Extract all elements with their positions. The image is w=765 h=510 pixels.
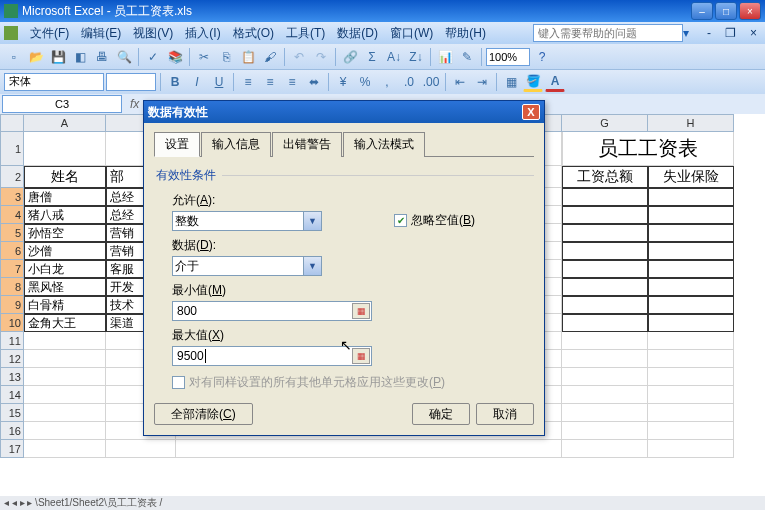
- row-header[interactable]: 3: [0, 188, 24, 206]
- cell[interactable]: [24, 386, 106, 404]
- cell[interactable]: [648, 350, 734, 368]
- cell[interactable]: [648, 188, 734, 206]
- format-painter-icon[interactable]: 🖌: [260, 47, 280, 67]
- ok-button[interactable]: 确定: [412, 403, 470, 425]
- copy-icon[interactable]: ⎘: [216, 47, 236, 67]
- cell[interactable]: [648, 224, 734, 242]
- chart-icon[interactable]: 📊: [435, 47, 455, 67]
- cell[interactable]: [562, 278, 648, 296]
- help-dropdown-icon[interactable]: ▾: [683, 26, 697, 40]
- workbook-restore-icon[interactable]: ❐: [721, 26, 740, 40]
- data-select[interactable]: 介于 ▼: [172, 256, 322, 276]
- align-left-icon[interactable]: ≡: [238, 72, 258, 92]
- cell[interactable]: [648, 440, 734, 458]
- cell[interactable]: [562, 224, 648, 242]
- cell[interactable]: [562, 404, 648, 422]
- minimize-button[interactable]: –: [691, 2, 713, 20]
- save-icon[interactable]: 💾: [48, 47, 68, 67]
- cell[interactable]: [24, 404, 106, 422]
- cell[interactable]: [562, 386, 648, 404]
- col-header-h[interactable]: H: [648, 114, 734, 132]
- cell[interactable]: [562, 422, 648, 440]
- hyperlink-icon[interactable]: 🔗: [340, 47, 360, 67]
- open-icon[interactable]: 📂: [26, 47, 46, 67]
- menu-file[interactable]: 文件(F): [24, 23, 75, 44]
- drawing-icon[interactable]: ✎: [457, 47, 477, 67]
- menu-data[interactable]: 数据(D): [331, 23, 384, 44]
- dialog-titlebar[interactable]: 数据有效性 X: [144, 101, 544, 123]
- cell[interactable]: [562, 188, 648, 206]
- percent-icon[interactable]: %: [355, 72, 375, 92]
- cut-icon[interactable]: ✂: [194, 47, 214, 67]
- cell[interactable]: [562, 206, 648, 224]
- cell[interactable]: [648, 332, 734, 350]
- range-picker-icon[interactable]: ▦: [352, 303, 370, 319]
- row-header[interactable]: 11: [0, 332, 24, 350]
- cell-name[interactable]: 沙僧: [24, 242, 106, 260]
- print-icon[interactable]: 🖶: [92, 47, 112, 67]
- range-picker-icon[interactable]: ▦: [352, 348, 370, 364]
- inc-decimal-icon[interactable]: .0: [399, 72, 419, 92]
- header-total[interactable]: 工资总额: [562, 166, 648, 188]
- sort-desc-icon[interactable]: Z↓: [406, 47, 426, 67]
- col-header-a[interactable]: A: [24, 114, 106, 132]
- menu-format[interactable]: 格式(O): [227, 23, 280, 44]
- menu-help[interactable]: 帮助(H): [439, 23, 492, 44]
- underline-icon[interactable]: U: [209, 72, 229, 92]
- menu-view[interactable]: 视图(V): [127, 23, 179, 44]
- cell-name[interactable]: 金角大王: [24, 314, 106, 332]
- row-header[interactable]: 12: [0, 350, 24, 368]
- cell[interactable]: [648, 422, 734, 440]
- zoom-select[interactable]: 100%: [486, 48, 530, 66]
- tab-settings[interactable]: 设置: [154, 132, 200, 157]
- cell[interactable]: [562, 242, 648, 260]
- cell-name[interactable]: 黑风怪: [24, 278, 106, 296]
- cell-name[interactable]: 孙悟空: [24, 224, 106, 242]
- row-header[interactable]: 15: [0, 404, 24, 422]
- spelling-icon[interactable]: ✓: [143, 47, 163, 67]
- cell-name[interactable]: 猪八戒: [24, 206, 106, 224]
- select-all-corner[interactable]: [0, 114, 24, 132]
- cell[interactable]: [562, 350, 648, 368]
- cell[interactable]: [24, 368, 106, 386]
- research-icon[interactable]: 📚: [165, 47, 185, 67]
- row-header[interactable]: 17: [0, 440, 24, 458]
- col-header-g[interactable]: G: [562, 114, 648, 132]
- dec-indent-icon[interactable]: ⇤: [450, 72, 470, 92]
- cell[interactable]: [24, 422, 106, 440]
- header-ins[interactable]: 失业保险: [648, 166, 734, 188]
- cell[interactable]: [648, 386, 734, 404]
- cell[interactable]: [648, 242, 734, 260]
- cell-name[interactable]: 唐僧: [24, 188, 106, 206]
- workbook-minimize-icon[interactable]: -: [703, 26, 715, 40]
- cell[interactable]: [648, 404, 734, 422]
- row-header[interactable]: 16: [0, 422, 24, 440]
- cell[interactable]: [24, 332, 106, 350]
- workbook-close-icon[interactable]: ×: [746, 26, 761, 40]
- font-color-icon[interactable]: A: [545, 72, 565, 92]
- row-header[interactable]: 8: [0, 278, 24, 296]
- maximize-button[interactable]: □: [715, 2, 737, 20]
- help-search-input[interactable]: [533, 24, 683, 42]
- cell-name[interactable]: 小白龙: [24, 260, 106, 278]
- menu-edit[interactable]: 编辑(E): [75, 23, 127, 44]
- fill-color-icon[interactable]: 🪣: [523, 72, 543, 92]
- bold-icon[interactable]: B: [165, 72, 185, 92]
- row-header[interactable]: 7: [0, 260, 24, 278]
- cell[interactable]: [562, 440, 648, 458]
- font-size-select[interactable]: [106, 73, 156, 91]
- row-header[interactable]: 6: [0, 242, 24, 260]
- allow-select[interactable]: 整数 ▼: [172, 211, 322, 231]
- new-icon[interactable]: ▫: [4, 47, 24, 67]
- comma-icon[interactable]: ,: [377, 72, 397, 92]
- max-input[interactable]: 9500 ▦: [172, 346, 372, 366]
- row-header[interactable]: 9: [0, 296, 24, 314]
- undo-icon[interactable]: ↶: [289, 47, 309, 67]
- cell[interactable]: [562, 296, 648, 314]
- row-header-1[interactable]: 1: [0, 132, 24, 166]
- cell[interactable]: [562, 260, 648, 278]
- cell[interactable]: [24, 132, 106, 166]
- ignore-blank-checkbox[interactable]: ✔ 忽略空值(B): [394, 212, 534, 229]
- align-center-icon[interactable]: ≡: [260, 72, 280, 92]
- cell[interactable]: [648, 314, 734, 332]
